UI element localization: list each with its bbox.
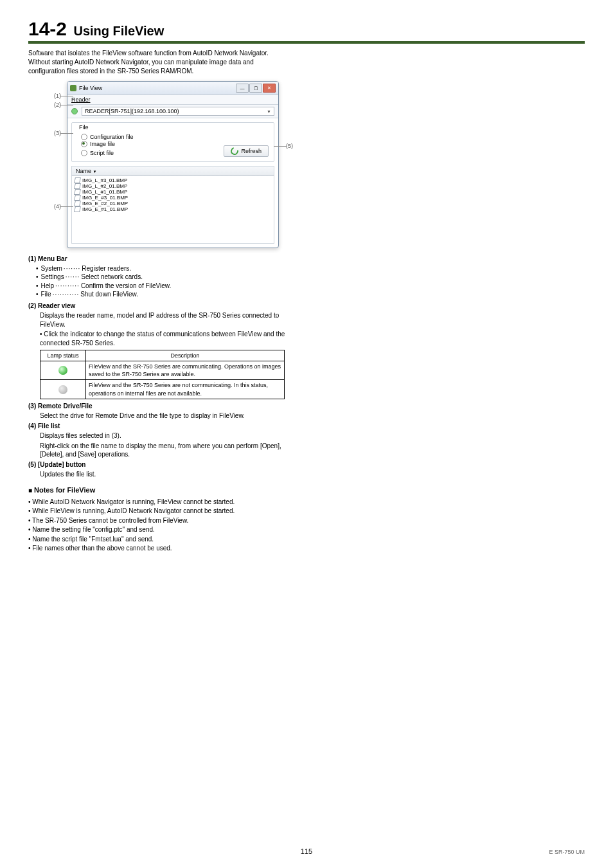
file-icon [74, 183, 81, 189]
item-5-heading: (5) [Update] button [28, 460, 285, 469]
note-item: Name the setting file "config.ptc" and s… [28, 525, 285, 534]
item-3-para: Select the drive for Remote Drive and th… [40, 411, 285, 420]
lamp-status-table: Lamp status Description FileView and the… [40, 350, 285, 399]
menu-bar[interactable]: Reader [67, 95, 278, 105]
file-icon [74, 195, 81, 201]
item-4-para2: Right-click on the file name to display … [40, 442, 285, 459]
menu-reader[interactable]: Reader [71, 96, 91, 103]
note-item: File names other than the above cannot b… [28, 544, 285, 553]
list-header-name[interactable]: Name ▼ [71, 166, 274, 176]
window-title: File View [79, 85, 102, 91]
chevron-down-icon: ▼ [267, 109, 271, 114]
item-1-heading: (1) Menu Bar [28, 255, 285, 264]
file-icon [74, 206, 81, 212]
callout-line [60, 206, 73, 207]
table-header: Description [86, 350, 285, 361]
callout-line [274, 146, 287, 147]
lamp-green-icon [58, 366, 67, 375]
file-icon [74, 177, 81, 183]
reader-select-value: READER[SR-751](192.168.100.100) [85, 108, 179, 114]
item-4-heading: (4) File list [28, 422, 285, 431]
file-icon [74, 189, 81, 195]
callout-line [60, 96, 73, 96]
panel-title: File [77, 124, 91, 131]
refresh-label: Refresh [241, 148, 262, 154]
minimize-button[interactable]: — [236, 84, 249, 93]
refresh-button[interactable]: Refresh [224, 145, 269, 157]
window-icon [70, 85, 76, 91]
reader-select[interactable]: READER[SR-751](192.168.100.100) ▼ [82, 107, 274, 116]
page-number: 115 [301, 847, 312, 855]
item-3-heading: (3) Remote Drive/File [28, 402, 285, 411]
radio-label: Image file [90, 141, 115, 147]
menu-desc-row: •Help··········Confirm the version of Fi… [36, 282, 285, 291]
intro-paragraph: Software that isolates the FileView soft… [28, 49, 272, 76]
radio-label: Configuration file [90, 134, 134, 140]
table-cell: FileView and the SR-750 Series are not c… [86, 380, 285, 399]
item-2-para: Displays the reader name, model and IP a… [40, 311, 285, 329]
file-type-panel: File Configuration file Image file Scrip… [71, 122, 274, 162]
list-item[interactable]: IMG_L_#1_01.BMP [73, 189, 272, 195]
status-led-icon[interactable] [71, 108, 78, 114]
note-item: While FileView is running, AutoID Networ… [28, 507, 285, 516]
callout-line [60, 133, 73, 134]
table-row: FileView and the SR-750 Series are not c… [40, 380, 285, 399]
list-item[interactable]: IMG_E_#2_01.BMP [73, 201, 272, 206]
note-item: Name the script file "Fmtset.lua" and se… [28, 535, 285, 544]
radio-script-file[interactable]: Script file [81, 150, 114, 156]
radio-label: Script file [90, 150, 114, 156]
refresh-icon [229, 146, 240, 156]
list-item[interactable]: IMG_L_#2_01.BMP [73, 183, 272, 189]
item-4-para1: Displays files selected in (3). [40, 431, 285, 440]
menu-desc-row: •Settings······Select network cards. [36, 273, 285, 282]
list-item[interactable]: IMG_E_#1_01.BMP [73, 206, 272, 212]
fileview-window: File View — ▢ ✕ Reader READER[SR-751](19… [67, 81, 279, 248]
item-2-heading: (2) Reader view [28, 302, 285, 311]
menu-desc-row: •File···········Shut down FileView. [36, 290, 285, 299]
note-item: While AutoID Network Navigator is runnin… [28, 498, 285, 507]
radio-config-file[interactable]: Configuration file [81, 134, 269, 140]
file-icon [74, 201, 81, 206]
menu-desc-row: •System·······Register readers. [36, 264, 285, 273]
notes-heading: ■Notes for FileView [28, 485, 285, 495]
table-row: FileView and the SR-750 Series are commu… [40, 361, 285, 380]
note-item: The SR-750 Series cannot be controlled f… [28, 516, 285, 525]
list-item[interactable]: IMG_L_#3_01.BMP [73, 177, 272, 183]
maximize-button[interactable]: ▢ [249, 84, 262, 93]
file-list[interactable]: IMG_L_#3_01.BMP IMG_L_#2_01.BMP IMG_L_#1… [71, 176, 274, 244]
footer-right: E SR-750 UM [549, 849, 585, 855]
section-number: 14-2 [28, 18, 67, 39]
table-header: Lamp status [40, 350, 86, 361]
callout-5: (5) [286, 143, 293, 149]
list-item[interactable]: IMG_E_#3_01.BMP [73, 195, 272, 201]
table-cell: FileView and the SR-750 Series are commu… [86, 361, 285, 380]
close-button[interactable]: ✕ [263, 84, 276, 93]
sort-icon: ▼ [93, 170, 97, 174]
section-title-text: Using FileView [74, 24, 164, 38]
item-2-bullet: • Click the indicator to change the stat… [40, 330, 285, 347]
lamp-grey-icon [58, 385, 67, 394]
item-5-para: Updates the file list. [40, 470, 285, 479]
section-heading: 14-2 Using FileView [28, 18, 585, 44]
callout-line [60, 105, 73, 105]
window-titlebar[interactable]: File View — ▢ ✕ [67, 82, 278, 95]
